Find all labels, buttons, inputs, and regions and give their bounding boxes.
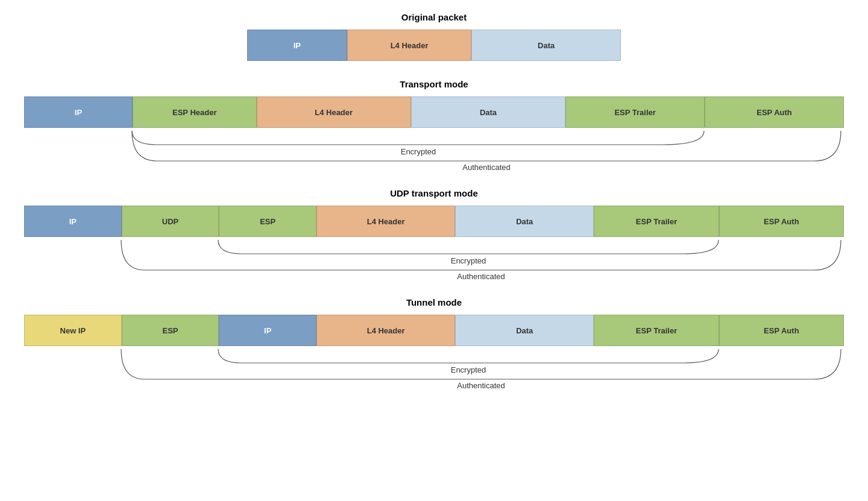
tn-l4: L4 Header bbox=[316, 315, 455, 346]
u-data: Data bbox=[455, 206, 594, 237]
u-esp-trailer: ESP Trailer bbox=[594, 206, 719, 237]
t-esp-header: ESP Header bbox=[133, 96, 256, 128]
tn-data: Data bbox=[455, 315, 594, 346]
tn-esp-trailer: ESP Trailer bbox=[594, 315, 719, 346]
transport-title: Transport mode bbox=[24, 79, 844, 89]
t-ip: IP bbox=[24, 96, 133, 128]
transport-encrypted-label: Encrypted bbox=[401, 147, 436, 156]
u-l4: L4 Header bbox=[316, 206, 455, 237]
udp-annotations: Encrypted Authenticated bbox=[24, 237, 844, 279]
udp-packet-row: IP UDP ESP L4 Header Data ESP Trailer ES… bbox=[24, 206, 844, 237]
tn-ip: IP bbox=[219, 315, 316, 346]
tunnel-title: Tunnel mode bbox=[24, 297, 844, 307]
udp-transport-diagram: IP UDP ESP L4 Header Data ESP Trailer ES… bbox=[24, 206, 844, 279]
u-esp: ESP bbox=[219, 206, 316, 237]
transport-annotations: Encrypted Authenticated bbox=[24, 128, 844, 170]
original-packet-row: IP L4 Header Data bbox=[247, 30, 621, 61]
tunnel-section: Tunnel mode New IP ESP IP L4 Header Data… bbox=[24, 297, 844, 388]
udp-authenticated-label: Authenticated bbox=[457, 272, 505, 281]
original-title: Original packet bbox=[24, 12, 844, 22]
tn-esp-auth: ESP Auth bbox=[719, 315, 844, 346]
t-esp-auth: ESP Auth bbox=[705, 96, 844, 128]
t-l4: L4 Header bbox=[257, 96, 411, 128]
tunnel-authenticated-label: Authenticated bbox=[457, 381, 505, 390]
tn-esp: ESP bbox=[122, 315, 219, 346]
transport-packet-row: IP ESP Header L4 Header Data ESP Trailer… bbox=[24, 96, 844, 128]
transport-authenticated-label: Authenticated bbox=[462, 163, 511, 172]
tn-newip: New IP bbox=[24, 315, 122, 346]
udp-encrypted-label: Encrypted bbox=[451, 256, 486, 265]
tunnel-encrypted-label: Encrypted bbox=[451, 365, 486, 374]
original-packet-wrapper: IP L4 Header Data bbox=[24, 30, 844, 61]
u-esp-auth: ESP Auth bbox=[719, 206, 844, 237]
transport-section: Transport mode IP ESP Header L4 Header D… bbox=[24, 79, 844, 170]
orig-l4: L4 Header bbox=[347, 30, 472, 61]
t-data: Data bbox=[411, 96, 565, 128]
tunnel-packet-row: New IP ESP IP L4 Header Data ESP Trailer… bbox=[24, 315, 844, 346]
u-ip: IP bbox=[24, 206, 122, 237]
orig-ip: IP bbox=[247, 30, 347, 61]
tunnel-diagram: New IP ESP IP L4 Header Data ESP Trailer… bbox=[24, 315, 844, 388]
original-packet-section: Original packet IP L4 Header Data bbox=[24, 12, 844, 61]
tunnel-annotations: Encrypted Authenticated bbox=[24, 346, 844, 388]
orig-data: Data bbox=[471, 30, 621, 61]
t-esp-trailer: ESP Trailer bbox=[565, 96, 705, 128]
u-udp: UDP bbox=[122, 206, 219, 237]
udp-transport-title: UDP transport mode bbox=[24, 188, 844, 198]
transport-diagram: IP ESP Header L4 Header Data ESP Trailer… bbox=[24, 96, 844, 170]
udp-transport-section: UDP transport mode IP UDP ESP L4 Header … bbox=[24, 188, 844, 279]
